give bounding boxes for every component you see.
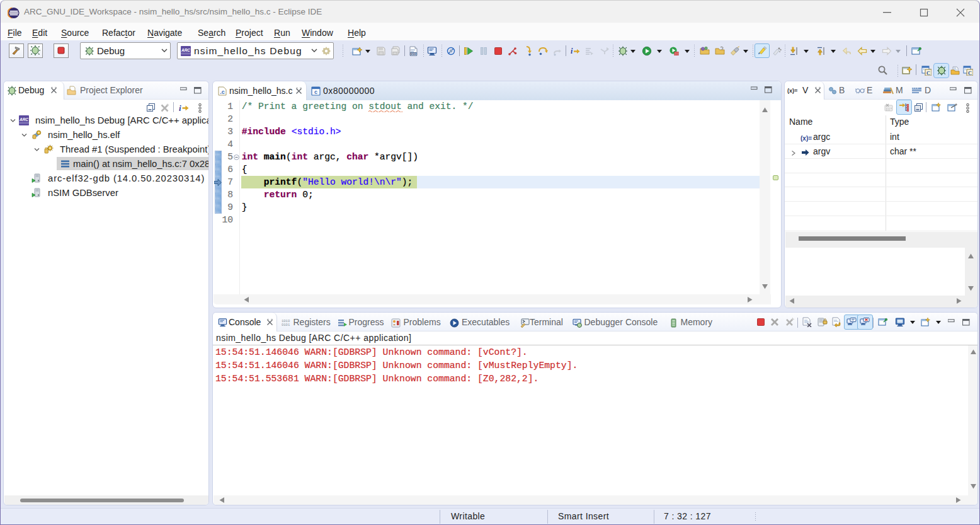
svg-text:0101: 0101 — [282, 323, 290, 327]
svg-text:(x)=: (x)= — [801, 135, 812, 142]
svg-text:010: 010 — [411, 52, 416, 55]
svg-text:C: C — [926, 70, 930, 76]
svg-text:.c: .c — [220, 89, 225, 95]
svg-text:ARC: ARC — [19, 117, 28, 122]
svg-text:c: c — [314, 89, 317, 95]
svg-text:(x)=: (x)= — [787, 88, 797, 94]
svg-text:ARC: ARC — [181, 48, 190, 52]
svg-text:i: i — [571, 47, 573, 55]
svg-text:C: C — [968, 70, 972, 76]
svg-text:i: i — [179, 103, 181, 113]
